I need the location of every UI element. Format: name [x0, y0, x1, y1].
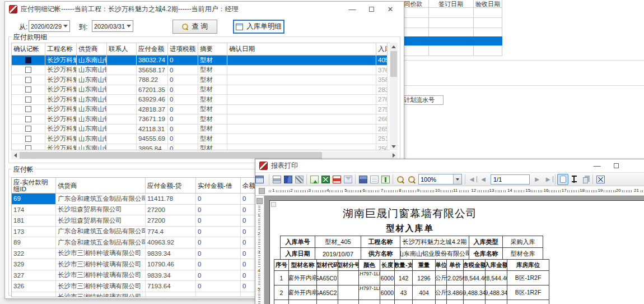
row-cell-inbound-no[interactable]: 251	[376, 134, 388, 144]
pdf-button[interactable]	[331, 174, 342, 185]
maximize-button[interactable]	[606, 162, 626, 170]
row-cell-tax[interactable]: 0	[168, 114, 198, 125]
row-cell-contact[interactable]	[107, 66, 137, 76]
row-cell-confirm[interactable]	[12, 144, 45, 151]
row-cell-summary[interactable]: 型材	[198, 85, 227, 95]
row-cell-confirm[interactable]	[12, 75, 45, 85]
row-cell-inbound-no[interactable]: 265	[376, 125, 388, 135]
row-cell-supplier[interactable]: 山东南山铝业...	[77, 134, 107, 144]
tools-button[interactable]	[293, 174, 305, 185]
confirm-checkbox[interactable]	[25, 77, 31, 83]
column-header[interactable]: 应-实付款明细ID	[12, 178, 56, 194]
inbound-detail-button[interactable]: 入库单明细	[233, 20, 284, 34]
excel-button[interactable]	[320, 174, 331, 185]
row-cell-id[interactable]: 322	[12, 248, 56, 260]
row-cell-tax[interactable]: 0	[168, 95, 198, 105]
grid-button[interactable]	[380, 174, 391, 185]
row-cell-supplier[interactable]: 山东南山铝业...	[77, 125, 107, 135]
row-cell-confirm-date[interactable]	[227, 125, 376, 135]
copy-button[interactable]	[580, 174, 591, 185]
row-cell-credit[interactable]: 11411.78	[146, 194, 196, 205]
row-cell-supplier[interactable]: 山东南山铝业...	[77, 114, 107, 125]
column-header[interactable]: 摘要	[198, 43, 227, 56]
row-cell-id[interactable]: 69	[12, 194, 56, 205]
row-cell-id[interactable]: 327	[12, 270, 56, 282]
column-header[interactable]: 应付金额-贷	[146, 178, 196, 194]
row-cell-inbound-no[interactable]: 376	[376, 66, 388, 76]
row-cell-supplier[interactable]: 广东合和建筑五金制品有限公司	[56, 194, 146, 205]
row-cell-amount[interactable]: 63929.46	[137, 95, 168, 105]
row-cell-supplier[interactable]: 山东南山铝业...	[77, 105, 107, 115]
row-cell-id[interactable]	[12, 292, 56, 298]
confirm-checkbox[interactable]	[25, 57, 31, 63]
row-cell-amount[interactable]: 788.22	[137, 75, 168, 85]
print-button[interactable]	[271, 174, 282, 185]
row-cell-tax[interactable]: 0	[168, 56, 198, 66]
title-bar[interactable]: 报表打印 —	[255, 159, 644, 172]
hand-button[interactable]	[557, 174, 568, 185]
row-cell-id[interactable]: 326	[12, 281, 56, 292]
row-cell-credit[interactable]: 27200	[146, 215, 196, 227]
export-button[interactable]	[309, 174, 320, 185]
row-cell-tax[interactable]: 0	[168, 66, 198, 76]
row-cell-supplier[interactable]: 长沙市三湘特种玻璃有限公司	[56, 281, 146, 292]
row-cell-contact[interactable]	[107, 75, 137, 85]
query-button[interactable]: 查 询	[172, 20, 217, 34]
row-cell-contact[interactable]	[107, 134, 137, 144]
row-cell-contact[interactable]	[107, 85, 137, 95]
row-cell-amount[interactable]: 73671.19	[137, 114, 168, 125]
row-cell-amount[interactable]: 3895.84	[137, 144, 168, 151]
confirm-checkbox[interactable]	[25, 136, 31, 142]
row-cell-contact[interactable]	[107, 114, 137, 125]
scrollbar-thumb[interactable]	[390, 51, 397, 77]
close-button[interactable]: ✕	[381, 5, 400, 13]
confirm-checkbox[interactable]	[25, 116, 31, 122]
column-header[interactable]: 联系人	[107, 43, 137, 56]
to-date-select[interactable]: 2020/03/31	[92, 20, 133, 32]
page-indicator[interactable]: 1/1	[491, 174, 530, 185]
row-cell-inbound-no[interactable]: 358	[376, 75, 388, 85]
close-x-button[interactable]	[595, 174, 606, 185]
row-cell-tax[interactable]: 0	[168, 105, 198, 115]
row-cell-supplier[interactable]: 山东南山铝业...	[77, 95, 107, 105]
row-cell-confirm-date[interactable]	[227, 114, 376, 125]
row-cell-id[interactable]: 173	[12, 227, 56, 238]
row-cell-inbound-no[interactable]: 405	[376, 56, 388, 66]
row-cell-confirm[interactable]	[12, 105, 45, 115]
row-cell-supplier[interactable]: 山东南山铝业...	[77, 75, 107, 85]
column-header[interactable]: 进项税额	[168, 43, 198, 56]
row-cell-supplier[interactable]: 长沙市三湘特种玻璃有限公司	[56, 292, 146, 298]
row-cell-summary[interactable]: 型材	[198, 134, 227, 144]
row-cell-project[interactable]: 长沙万科魅力...	[45, 125, 77, 135]
ruler-marker[interactable]	[259, 188, 265, 194]
row-cell-supplier[interactable]: 山东南山铝业...	[77, 66, 107, 76]
confirm-checkbox[interactable]	[25, 126, 31, 132]
row-cell-project[interactable]: 长沙万科魅力...	[45, 105, 77, 115]
last-page-button[interactable]: ▶	[543, 176, 553, 182]
row-cell-id[interactable]: 174	[12, 205, 56, 216]
row-cell-supplier[interactable]: 广东合和建筑五金制品有限公司	[56, 227, 146, 238]
zoom-select[interactable]: 100%	[418, 174, 462, 185]
zoom-in-button[interactable]	[395, 174, 406, 185]
column-header[interactable]: 入库	[376, 43, 388, 56]
row-cell-summary[interactable]: 型材	[198, 114, 227, 125]
row-cell-debit[interactable]: 0	[196, 194, 241, 205]
row-cell-credit[interactable]: 9839.34	[146, 248, 196, 260]
row-cell-summary[interactable]: 型材	[198, 105, 227, 115]
zoom-out-button[interactable]	[406, 174, 417, 185]
scroll-down-button[interactable]	[390, 142, 398, 150]
row-cell-id[interactable]: 329	[12, 259, 56, 270]
archive-button[interactable]	[357, 174, 368, 185]
first-page-button[interactable]: ◀	[467, 176, 477, 182]
row-cell-supplier[interactable]: 长沙市三湘特种玻璃有限公司	[56, 248, 146, 260]
column-header[interactable]: 确认日期	[227, 43, 376, 56]
row-cell-confirm[interactable]	[12, 125, 45, 135]
row-cell-inbound-no[interactable]: 276	[376, 95, 388, 105]
row-cell-amount[interactable]: 38032.74	[137, 56, 168, 66]
page-button[interactable]	[368, 174, 380, 185]
vertical-scrollbar[interactable]	[390, 43, 398, 150]
row-cell-summary[interactable]: 型材	[198, 144, 227, 151]
row-cell-tax[interactable]: 0	[168, 85, 198, 95]
column-header[interactable]: 工程名称	[45, 43, 77, 56]
row-cell-credit[interactable]	[146, 292, 196, 298]
